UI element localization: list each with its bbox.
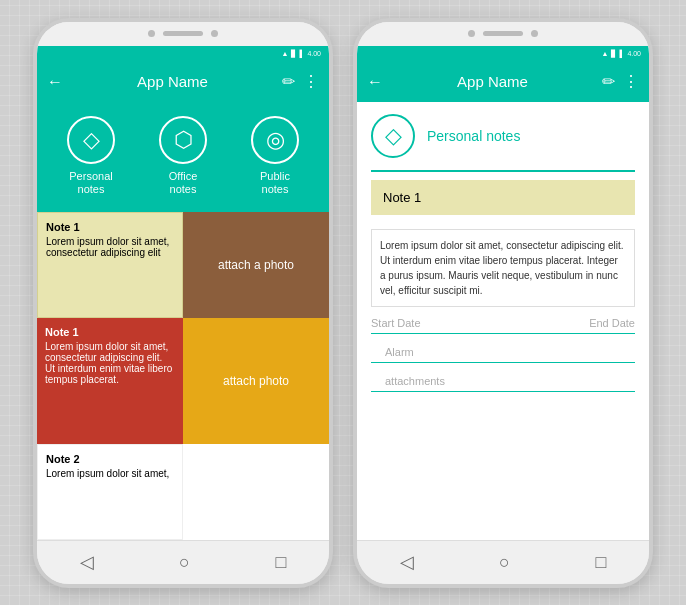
note-title-3: Note 2	[46, 453, 174, 465]
icons-row: ◇ Personalnotes ⬡ Officenotes ◎ Publicno…	[37, 102, 329, 212]
attachments-label: attachments	[385, 375, 621, 391]
personal-circle: ◇	[67, 116, 115, 164]
back-button-2[interactable]: ←	[367, 73, 383, 91]
personal-notes-label: Personal notes	[427, 128, 520, 144]
attach-photo-label-2: attach photo	[223, 374, 289, 388]
note-body-2: Lorem ipsum dolor sit amet, consectetur …	[45, 341, 175, 385]
status-bar-2: ▲ ▊ ▌ 4.00	[357, 46, 649, 62]
phone-bottom-2: ◁ ○ □	[357, 540, 649, 584]
note-body-1: Lorem ipsum dolor sit amet, consectetur …	[46, 236, 174, 258]
end-date-label: End Date	[589, 317, 635, 329]
note1-title-card: Note 1	[371, 180, 635, 215]
icon-office[interactable]: ⬡ Officenotes	[159, 116, 207, 196]
status-icons-2: ▲ ▊ ▌ 4.00	[601, 50, 641, 58]
screen-1: ▲ ▊ ▌ 4.00 ← App Name ✏ ⋮ ◇ Personalnote…	[37, 46, 329, 540]
office-label: Officenotes	[169, 170, 198, 196]
public-label: Publicnotes	[260, 170, 290, 196]
note-card-1[interactable]: Note 1 Lorem ipsum dolor sit amet, conse…	[37, 212, 183, 318]
wifi-icon-2: ▲	[601, 50, 608, 57]
recent-nav-2[interactable]: □	[595, 552, 606, 573]
note1-title: Note 1	[383, 190, 421, 205]
screen2-body: ◇ Personal notes Note 1 Lorem ipsum dolo…	[357, 102, 649, 540]
attachments-row[interactable]: attachments	[371, 369, 635, 392]
icon-personal[interactable]: ◇ Personalnotes	[67, 116, 115, 196]
status-bar-1: ▲ ▊ ▌ 4.00	[37, 46, 329, 62]
phone-bottom-1: ◁ ○ □	[37, 540, 329, 584]
phone-1: ▲ ▊ ▌ 4.00 ← App Name ✏ ⋮ ◇ Personalnote…	[33, 18, 333, 588]
note-body-content: Lorem ipsum dolor sit amet, consectetur …	[380, 240, 623, 296]
time-display: 4.00	[307, 50, 321, 57]
office-circle: ⬡	[159, 116, 207, 164]
note-title-1: Note 1	[46, 221, 174, 233]
sensor-1	[211, 30, 218, 37]
notes-grid: Note 1 Lorem ipsum dolor sit amet, conse…	[37, 212, 329, 540]
back-button-1[interactable]: ←	[47, 73, 63, 91]
screen-2: ▲ ▊ ▌ 4.00 ← App Name ✏ ⋮ ◇ Personal not…	[357, 46, 649, 540]
edit-button-2[interactable]: ✏	[602, 72, 615, 91]
recent-nav-1[interactable]: □	[275, 552, 286, 573]
battery-icon-2: ▌	[619, 50, 624, 57]
start-date-label: Start Date	[371, 317, 421, 329]
speaker-2	[483, 31, 523, 36]
time-display-2: 4.00	[627, 50, 641, 57]
app-bar-2: ← App Name ✏ ⋮	[357, 62, 649, 102]
camera-1	[148, 30, 155, 37]
home-nav-2[interactable]: ○	[499, 552, 510, 573]
edit-button-1[interactable]: ✏	[282, 72, 295, 91]
back-nav-1[interactable]: ◁	[80, 551, 94, 573]
sensor-2	[531, 30, 538, 37]
status-icons-1: ▲ ▊ ▌ 4.00	[281, 50, 321, 58]
teal-divider-1	[371, 170, 635, 172]
signal-icon: ▊	[291, 50, 296, 58]
phone-top-1	[37, 22, 329, 46]
public-circle: ◎	[251, 116, 299, 164]
back-nav-2[interactable]: ◁	[400, 551, 414, 573]
note-body-3: Lorem ipsum dolor sit amet,	[46, 468, 174, 479]
camera-2	[468, 30, 475, 37]
alarm-row[interactable]: Alarm	[371, 340, 635, 363]
alarm-label: Alarm	[385, 346, 621, 362]
note-card-3[interactable]: Note 2 Lorem ipsum dolor sit amet,	[37, 444, 183, 539]
note-card-2[interactable]: Note 1 Lorem ipsum dolor sit amet, conse…	[37, 318, 183, 444]
attach-photo-label-1: attach a photo	[218, 258, 294, 272]
personal-label: Personalnotes	[69, 170, 112, 196]
note-card-photo1[interactable]: attach a photo	[183, 212, 329, 318]
hexagon-shape: ⬡	[174, 129, 193, 151]
speaker-1	[163, 31, 203, 36]
diamond-shape: ◇	[83, 129, 100, 151]
app-title-2: App Name	[391, 73, 594, 90]
note-card-photo2[interactable]: attach photo	[183, 318, 329, 444]
phone-2: ▲ ▊ ▌ 4.00 ← App Name ✏ ⋮ ◇ Personal not…	[353, 18, 653, 588]
app-bar-1: ← App Name ✏ ⋮	[37, 62, 329, 102]
signal-icon-2: ▊	[611, 50, 616, 58]
wifi-icon: ▲	[281, 50, 288, 57]
personal-header: ◇ Personal notes	[357, 102, 649, 170]
note-title-2: Note 1	[45, 326, 175, 338]
app-title-1: App Name	[71, 73, 274, 90]
screen1-body: ◇ Personalnotes ⬡ Officenotes ◎ Publicno…	[37, 102, 329, 540]
more-button-2[interactable]: ⋮	[623, 72, 639, 91]
note-body-text: Lorem ipsum dolor sit amet, consectetur …	[371, 229, 635, 307]
home-nav-1[interactable]: ○	[179, 552, 190, 573]
more-button-1[interactable]: ⋮	[303, 72, 319, 91]
date-row: Start Date End Date	[371, 317, 635, 334]
circle-shape: ◎	[266, 129, 285, 151]
personal-diamond-icon: ◇	[371, 114, 415, 158]
icon-public[interactable]: ◎ Publicnotes	[251, 116, 299, 196]
battery-icon: ▌	[299, 50, 304, 57]
note-card-empty	[183, 444, 329, 539]
phone-top-2	[357, 22, 649, 46]
